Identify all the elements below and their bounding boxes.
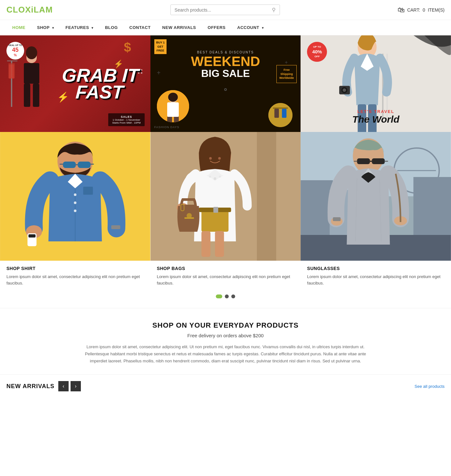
svg-rect-32 <box>78 162 91 168</box>
grab-text: GRAB IT FAST <box>61 67 139 100</box>
carousel-nav-arrows: ‹ › <box>58 381 81 391</box>
svg-rect-17 <box>274 109 279 118</box>
shop-dropdown-icon: ▾ <box>52 26 54 30</box>
circle-model <box>157 90 189 122</box>
svg-point-59 <box>219 176 221 178</box>
svg-rect-18 <box>282 109 287 118</box>
svg-point-14 <box>168 93 178 102</box>
product-info-bags: SHOP BAGS Lorem ipsum dolor sit amet, co… <box>150 261 301 289</box>
shop-section-title: SHOP ON YOUR EVERYDAY PRODUCTS <box>6 321 445 330</box>
bags-image-svg <box>150 132 301 261</box>
new-arrivals-bar: NEW ARRIVALS ‹ › See all products <box>0 374 451 395</box>
nav-item-offers[interactable]: OFFERS <box>202 20 232 35</box>
svg-rect-43 <box>28 234 35 238</box>
nav-item-account[interactable]: ACCOUNT ▾ <box>231 20 269 35</box>
svg-point-38 <box>74 201 76 204</box>
up-to-badge: UP TO 40% OFF <box>307 42 327 62</box>
next-arrow-button[interactable]: › <box>71 381 81 391</box>
svg-rect-81 <box>333 217 341 221</box>
svg-rect-53 <box>215 231 224 257</box>
svg-rect-8 <box>9 64 14 79</box>
product-section: SHOP SHIRT Lorem ipsum dolor sit amet, c… <box>0 132 451 308</box>
buy-get-badge: BUY 1 GET FREE <box>154 39 167 54</box>
svg-rect-11 <box>167 102 179 117</box>
svg-rect-13 <box>174 117 179 122</box>
cart-items-label: ITEM(S) <box>428 7 445 13</box>
free-shipping-box: Free Shipping Worldwide <box>276 65 297 83</box>
cart-area[interactable]: 🛍 CART: 0 ITEM(S) <box>398 6 445 14</box>
svg-point-62 <box>218 157 221 160</box>
svg-rect-16 <box>273 107 288 109</box>
circle-items <box>268 103 293 127</box>
shop-section-subtitle: Free delivery on orders above $200 <box>6 333 445 338</box>
svg-rect-51 <box>213 207 218 213</box>
header: CLOXiLAM ⚲ 🛍 CART: 0 ITEM(S) <box>0 0 451 20</box>
banner-grab-it-fast[interactable]: DEAL UP TO 45 % <box>0 35 150 132</box>
svg-point-27 <box>343 89 346 92</box>
svg-point-37 <box>74 193 76 196</box>
product-image-bags <box>150 132 301 261</box>
nav-item-contact[interactable]: CONTACT <box>124 20 157 35</box>
product-card-bags[interactable]: SHOP BAGS Lorem ipsum dolor sit amet, co… <box>150 132 301 289</box>
sales-info: SALES 1 October - 1 November Starts From… <box>108 113 144 126</box>
svg-rect-44 <box>111 225 120 229</box>
features-dropdown-icon: ▾ <box>91 26 93 30</box>
svg-rect-52 <box>201 231 210 257</box>
logo-prefix: CLOX <box>6 5 31 14</box>
svg-rect-2 <box>24 84 30 107</box>
svg-rect-12 <box>167 117 172 122</box>
circle-outline-deco <box>224 88 227 91</box>
weekend-sale-text: BEST DEALS & DISCOUNTS WEEKEND BIG SALE <box>191 51 260 79</box>
svg-rect-1 <box>24 63 39 84</box>
nav-item-home[interactable]: HOME <box>6 20 31 35</box>
product-title-bags: SHOP BAGS <box>157 266 294 271</box>
svg-point-39 <box>74 210 76 212</box>
plus-left: + <box>157 69 161 77</box>
nav-item-shop[interactable]: SHOP ▾ <box>31 20 60 35</box>
banner-weekend-sale[interactable]: BUY 1 GET FREE <box>150 35 301 132</box>
product-card-sunglasses[interactable]: SUNGLASSES Lorem ipsum dolor sit amet, c… <box>301 132 451 289</box>
banner-grid: DEAL UP TO 45 % <box>0 35 451 132</box>
account-dropdown-icon: ▾ <box>262 26 264 30</box>
banner-travel[interactable]: UP TO 40% OFF LET'S TRAVEL The World <box>301 35 451 132</box>
svg-rect-15 <box>268 103 293 127</box>
grab-it-fast-text: GRAB IT FAST <box>62 67 138 100</box>
carousel-dot-2[interactable] <box>225 294 229 298</box>
svg-rect-3 <box>33 84 39 107</box>
carousel-dot-3[interactable] <box>231 294 235 298</box>
product-card-shirt[interactable]: SHOP SHIRT Lorem ipsum dolor sit amet, c… <box>0 132 150 289</box>
sunglasses-image-svg <box>301 132 451 261</box>
carousel-dot-1[interactable] <box>216 294 222 298</box>
product-desc-sunglasses: Lorem ipsum dolor sit amet, consectetur … <box>307 274 445 286</box>
search-input[interactable] <box>175 7 272 13</box>
see-all-products-link[interactable]: See all products <box>415 384 445 389</box>
product-title-sunglasses: SUNGLASSES <box>307 266 445 271</box>
cart-label: CART: <box>407 7 420 13</box>
shop-section: SHOP ON YOUR EVERYDAY PRODUCTS Free deli… <box>0 308 451 374</box>
logo[interactable]: CLOXiLAM <box>6 5 53 15</box>
product-image-shirt <box>0 132 150 261</box>
prev-arrow-button[interactable]: ‹ <box>58 381 69 391</box>
cart-icon: 🛍 <box>398 6 405 14</box>
product-desc-shirt: Lorem ipsum dolor sit amet, consectetur … <box>6 274 144 286</box>
model-figure-left <box>6 45 57 122</box>
product-desc-bags: Lorem ipsum dolor sit amet, consectetur … <box>157 274 294 286</box>
nav-item-new-arrivals[interactable]: NEW ARRIVALS <box>157 20 202 35</box>
svg-rect-72 <box>357 158 370 164</box>
search-icon[interactable]: ⚲ <box>272 7 276 13</box>
search-bar: ⚲ <box>170 5 280 15</box>
main-nav: HOME SHOP ▾ FEATURES ▾ BLOG CONTACT NEW … <box>0 20 451 35</box>
svg-rect-73 <box>372 158 385 164</box>
logo-suffix: LAM <box>34 5 53 14</box>
svg-point-61 <box>209 157 212 160</box>
lets-travel: LET'S TRAVEL <box>352 109 399 114</box>
product-info-sunglasses: SUNGLASSES Lorem ipsum dolor sit amet, c… <box>301 261 451 289</box>
svg-point-56 <box>187 213 192 218</box>
nav-item-features[interactable]: FEATURES ▾ <box>60 20 99 35</box>
svg-rect-6 <box>7 61 17 61</box>
svg-point-57 <box>209 176 211 178</box>
nav-item-blog[interactable]: BLOG <box>99 20 124 35</box>
svg-point-4 <box>26 46 37 59</box>
shop-section-description: Lorem ipsum dolor sit amet, consectetur … <box>81 343 370 365</box>
shirt-image-svg <box>0 132 150 261</box>
